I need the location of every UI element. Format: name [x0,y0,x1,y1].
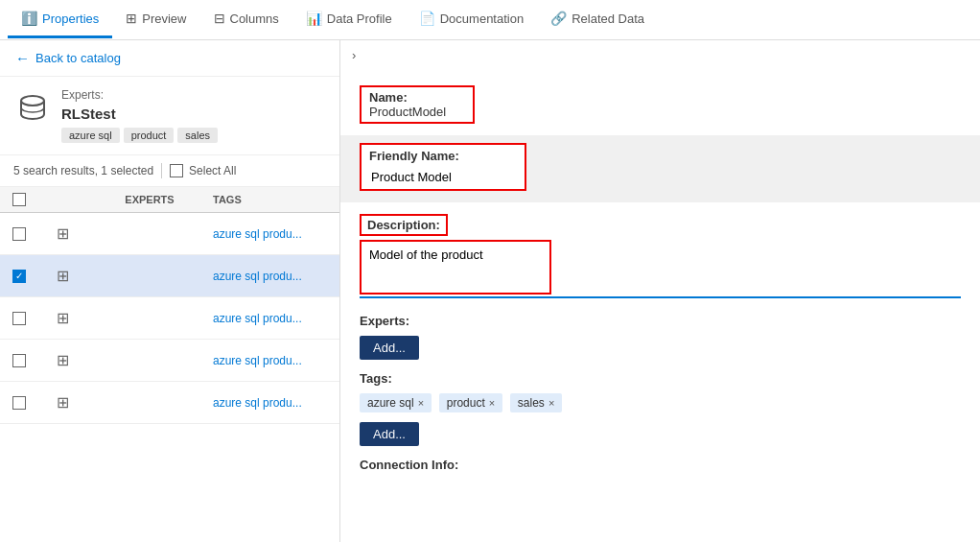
select-all-label: Select All [189,164,236,177]
tag-chip-sales: sales × [510,393,562,412]
tab-columns-label: Columns [230,12,279,26]
row-tags-3: azure sql produ... [213,312,339,325]
row-check-4[interactable] [0,354,38,367]
back-arrow-icon: ← [15,50,30,66]
name-section: Name: ProductModel [360,78,961,124]
checkbox-5[interactable] [12,396,26,410]
asset-db-icon [15,90,50,125]
name-label: Name: [369,90,408,105]
tag-chip-azure-sql: azure sql × [360,393,432,412]
checkbox-4[interactable] [12,354,26,367]
columns-icon: ⊟ [214,11,225,26]
header-checkbox[interactable] [12,193,26,206]
asset-tag-sales: sales [177,128,218,143]
description-box: Model of the product [360,240,551,295]
tags-add-button[interactable]: Add... [360,422,419,446]
table-row[interactable]: ⊞ azure sql produ... [0,340,339,382]
connection-info-label: Connection Info: [360,458,961,472]
right-panel: › Name: ProductModel Friendly Name: [340,40,980,542]
tab-properties[interactable]: ℹ️ Properties [8,1,112,38]
friendly-name-box: Friendly Name: [360,143,526,191]
th-tags: TAGS [213,194,339,205]
back-to-catalog-link[interactable]: ← Back to catalog [0,40,339,77]
tab-bar: ℹ️ Properties ⊞ Preview ⊟ Columns 📊 Data… [0,0,980,40]
friendly-name-section: Friendly Name: [340,135,980,202]
friendly-name-label: Friendly Name: [362,145,525,165]
tab-preview[interactable]: ⊞ Preview [112,1,199,38]
tag-chip-product: product × [439,393,502,412]
divider [161,163,162,178]
asset-info: Experts: RLStest azure sql product sales [61,88,324,143]
description-section: Description: Model of the product [360,214,961,298]
documentation-icon: 📄 [419,11,435,26]
tag-chip-azure-sql-remove[interactable]: × [418,397,424,409]
asset-tag-azure-sql: azure sql [61,128,120,143]
tab-documentation-label: Documentation [440,12,524,26]
experts-add-button[interactable]: Add... [360,336,419,360]
experts-section: Experts: Add... [360,314,961,360]
row-tags-5: azure sql produ... [213,396,339,410]
row-check-5[interactable] [0,396,38,410]
tag-chip-sales-remove[interactable]: × [548,397,554,409]
table-row[interactable]: ⊞ azure sql produ... [0,213,339,255]
row-icon-5: ⊞ [38,393,86,412]
experts-label: Experts: [61,88,324,102]
table-row[interactable]: ⊞ azure sql produ... [0,297,339,340]
left-panel: ← Back to catalog Experts: RLStes [0,40,340,542]
connection-info-section: Connection Info: [360,458,961,472]
search-results-count: 5 search results, 1 selected [13,164,153,177]
checkbox-3[interactable] [12,312,26,325]
description-area: Model of the product [360,240,961,298]
row-tags-4: azure sql produ... [213,354,339,367]
asset-card: Experts: RLStest azure sql product sales [0,77,339,155]
tag-chip-product-label: product [447,396,485,410]
table-row[interactable]: ⊞ azure sql produ... [0,382,339,424]
row-icon-2: ⊞ [38,267,86,285]
tab-data-profile[interactable]: 📊 Data Profile [292,1,406,38]
table-header: EXPERTS TAGS [0,187,339,213]
tag-chip-azure-sql-label: azure sql [367,396,414,410]
row-icon-1: ⊞ [38,224,86,243]
asset-tags-row: azure sql product sales [61,128,324,143]
main-area: ← Back to catalog Experts: RLStes [0,40,980,542]
tab-properties-label: Properties [42,12,99,26]
name-field-box: Name: ProductModel [360,85,475,124]
friendly-name-input[interactable] [362,165,525,189]
row-icon-4: ⊞ [38,351,86,369]
row-tags-2: azure sql produ... [213,270,339,283]
th-check [0,193,38,206]
select-all-row[interactable]: Select All [170,164,236,177]
search-results-bar: 5 search results, 1 selected Select All [0,155,339,187]
back-label: Back to catalog [35,51,121,65]
tab-preview-label: Preview [142,12,186,26]
svg-point-0 [21,96,44,106]
table-body: ⊞ azure sql produ... ✓ ⊞ azure sql produ… [0,213,339,542]
description-label: Description: [360,214,448,236]
select-all-checkbox[interactable] [170,164,183,177]
tags-section: Tags: azure sql × product × sales × [360,371,961,446]
tab-documentation[interactable]: 📄 Documentation [406,1,537,38]
th-experts: EXPERTS [86,194,213,205]
table-row-selected[interactable]: ✓ ⊞ azure sql produ... [0,255,339,297]
tags-section-label: Tags: [360,371,961,386]
row-check-3[interactable] [0,312,38,325]
tab-columns[interactable]: ⊟ Columns [200,1,292,38]
properties-content: Name: ProductModel Friendly Name: Desc [340,70,980,542]
tag-chip-product-remove[interactable]: × [489,397,495,409]
row-check-2[interactable]: ✓ [0,270,38,283]
tab-related-data-label: Related Data [572,12,644,26]
tab-related-data[interactable]: 🔗 Related Data [537,1,658,38]
tag-chip-sales-label: sales [518,396,545,410]
tags-chips-row: azure sql × product × sales × [360,393,961,416]
tab-data-profile-label: Data Profile [327,12,392,26]
checkbox-2-checked[interactable]: ✓ [12,270,26,283]
name-value: ProductModel [369,105,446,119]
asset-tag-product: product [124,128,175,143]
checkbox-1[interactable] [12,227,26,241]
row-check-1[interactable] [0,227,38,241]
description-input[interactable]: Model of the product [362,242,549,290]
preview-icon: ⊞ [126,11,137,26]
properties-icon: ℹ️ [21,11,37,26]
row-icon-3: ⊞ [38,309,86,327]
chevron-expand[interactable]: › [340,40,980,70]
